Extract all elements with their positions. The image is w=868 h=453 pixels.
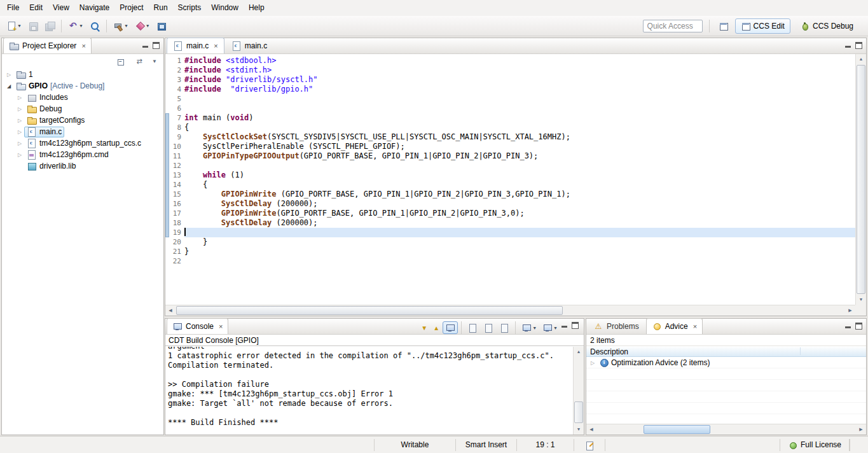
problems-tab[interactable]: ⚠ Problems — [588, 318, 645, 334]
console-tab[interactable]: Console × — [167, 318, 228, 334]
console-vertical-scrollbar[interactable]: ▲ ▼ — [573, 347, 584, 435]
tree-item-main-c[interactable]: ▷main.c — [2, 126, 163, 137]
tree-item-tm4c123gh6pm-cmd[interactable]: ▷tm4c123gh6pm.cmd — [2, 149, 163, 160]
code-line-3[interactable]: 3#include "driverlib/sysctl.h" — [165, 75, 855, 85]
scroll-down-arrow-icon[interactable]: ▼ — [574, 424, 584, 435]
tree-item-tm4c123gh6pm-startup-ccs-c[interactable]: ▷tm4c123gh6pm_startup_ccs.c — [2, 137, 163, 149]
code-line-9[interactable]: 9 SysCtlClockSet(SYSCTL_SYSDIV5|SYSCTL_U… — [165, 132, 855, 142]
scroll-up-arrow-icon[interactable]: ▲ — [574, 347, 584, 357]
maximize-button[interactable] — [855, 323, 862, 331]
quick-access-input[interactable] — [643, 20, 703, 32]
code-line-15[interactable]: 15 GPIOPinWrite (GPIO_PORTF_BASE, GPIO_P… — [165, 190, 855, 199]
dropdown-arrow-icon[interactable]: ▼ — [553, 326, 558, 330]
advice-hscroll-thumb[interactable] — [644, 425, 710, 434]
close-icon[interactable]: × — [219, 323, 223, 330]
code-line-22[interactable]: 22 — [165, 256, 855, 266]
expand-arrow-icon[interactable]: ▷ — [4, 72, 13, 78]
menu-edit[interactable]: Edit — [24, 0, 48, 15]
code-editor[interactable]: 1#include <stdbool.h>2#include <stdint.h… — [165, 54, 855, 305]
show-stdout-button[interactable]: ▼ — [418, 321, 430, 334]
collapse-arrow-icon[interactable]: ◢ — [4, 83, 13, 89]
expand-arrow-icon[interactable]: ▷ — [15, 95, 24, 101]
code-line-16[interactable]: 16 SysCtlDelay (200000); — [165, 199, 855, 209]
code-line-12[interactable]: 12 — [165, 161, 855, 171]
display-console-button[interactable]: ▼ — [519, 321, 539, 334]
editor-horizontal-scrollbar[interactable]: ◀ ▶ — [165, 305, 855, 316]
minimize-button[interactable] — [142, 42, 149, 51]
description-column-header[interactable]: Description — [586, 345, 866, 357]
ccs-edit-perspective-button[interactable]: CCS Edit — [735, 18, 790, 34]
editor-tab-main-c[interactable]: main.c × — [167, 38, 224, 53]
show-stderr-button[interactable]: ▲ — [431, 321, 442, 334]
save-all-button[interactable] — [42, 18, 57, 34]
scroll-right-arrow-icon[interactable]: ▶ — [845, 305, 855, 316]
maximize-button[interactable] — [153, 42, 160, 51]
expand-arrow-icon[interactable]: ▷ — [15, 141, 24, 146]
code-line-20[interactable]: 20 } — [165, 237, 855, 247]
menu-window[interactable]: Window — [206, 0, 244, 15]
minimize-button[interactable] — [561, 322, 568, 331]
advice-row[interactable]: ▷Optimization Advice (2 items) — [586, 357, 866, 368]
code-line-18[interactable]: 18 SysCtlDelay (200000); — [165, 218, 855, 228]
word-wrap-button[interactable] — [497, 321, 512, 334]
editor-vscroll-thumb[interactable] — [857, 65, 865, 294]
tree-item-1[interactable]: ▷1 — [2, 69, 163, 80]
advice-horizontal-scrollbar[interactable]: ◀ ▶ — [586, 424, 866, 435]
close-icon[interactable]: × — [214, 42, 217, 50]
editor-tab-main-c-2[interactable]: main.c — [226, 38, 273, 53]
open-console-button[interactable]: ▼ — [540, 321, 560, 334]
minimize-button[interactable] — [844, 323, 851, 331]
ccs-debug-perspective-button[interactable]: CCS Debug — [794, 18, 859, 34]
undo-button[interactable]: ↶ ▼ — [65, 18, 86, 34]
expand-arrow-icon[interactable]: ▷ — [15, 118, 24, 123]
console-vscroll-thumb[interactable] — [574, 401, 583, 423]
code-line-1[interactable]: 1#include <stdbool.h> — [165, 56, 855, 66]
target-config-button[interactable] — [154, 18, 169, 34]
tree-item-debug[interactable]: ▷Debug — [2, 103, 163, 115]
expand-arrow-icon[interactable]: ▷ — [15, 152, 24, 158]
menu-run[interactable]: Run — [149, 0, 173, 15]
tree-item-driverlib-lib[interactable]: driverlib.lib — [2, 160, 163, 172]
editor-vertical-scrollbar[interactable]: ▲ ▼ — [855, 54, 866, 305]
console-output[interactable]: argument1 catastrophic error detected in… — [165, 347, 573, 435]
code-line-19[interactable]: 19 — [165, 228, 855, 237]
link-editor-button[interactable]: ⇄ — [132, 55, 147, 67]
scroll-down-arrow-icon[interactable]: ▼ — [856, 295, 866, 305]
expand-arrow-icon[interactable]: ▷ — [15, 106, 24, 112]
tree-item-includes[interactable]: ▷Includes — [2, 92, 163, 103]
close-icon[interactable]: × — [693, 323, 697, 330]
new-button[interactable]: ▼ — [4, 18, 24, 34]
menu-project[interactable]: Project — [114, 0, 148, 15]
expand-arrow-icon[interactable]: ▷ — [588, 360, 597, 366]
scroll-left-arrow-icon[interactable]: ◀ — [165, 305, 176, 316]
pin-console-button[interactable] — [443, 321, 458, 334]
code-line-13[interactable]: 13 while (1) — [165, 171, 855, 180]
dropdown-arrow-icon[interactable]: ▼ — [146, 24, 150, 28]
editor-hscroll-thumb[interactable] — [176, 306, 563, 315]
minimize-button[interactable] — [844, 42, 851, 51]
project-explorer-tab[interactable]: Project Explorer × — [3, 38, 92, 53]
code-line-7[interactable]: 7int main (void) — [165, 113, 855, 123]
maximize-button[interactable] — [572, 322, 579, 331]
save-button[interactable] — [25, 18, 41, 34]
expand-arrow-icon[interactable]: ▷ — [15, 129, 24, 135]
menu-navigate[interactable]: Navigate — [74, 0, 114, 15]
scroll-left-arrow-icon[interactable]: ◀ — [586, 424, 596, 435]
menu-file[interactable]: File — [2, 0, 24, 15]
menu-scripts[interactable]: Scripts — [173, 0, 207, 15]
dropdown-arrow-icon[interactable]: ▼ — [79, 24, 83, 28]
scroll-right-arrow-icon[interactable]: ▶ — [856, 424, 866, 435]
code-line-5[interactable]: 5 — [165, 94, 855, 104]
close-icon[interactable]: × — [81, 42, 85, 50]
code-line-21[interactable]: 21} — [165, 247, 855, 256]
tree-item-targetconfigs[interactable]: ▷targetConfigs — [2, 115, 163, 126]
clear-console-button[interactable] — [465, 321, 480, 334]
code-line-10[interactable]: 10 SysCtlPeriPheralEnable (SYSCTL_PHEPL_… — [165, 142, 855, 151]
dropdown-arrow-icon[interactable]: ▼ — [532, 326, 537, 330]
build-button[interactable]: ▼ — [111, 18, 131, 34]
search-button[interactable] — [87, 18, 102, 34]
code-line-8[interactable]: 8{ — [165, 123, 855, 132]
maximize-button[interactable] — [855, 42, 862, 51]
menu-view[interactable]: View — [48, 0, 74, 15]
dropdown-arrow-icon[interactable]: ▼ — [124, 24, 128, 28]
